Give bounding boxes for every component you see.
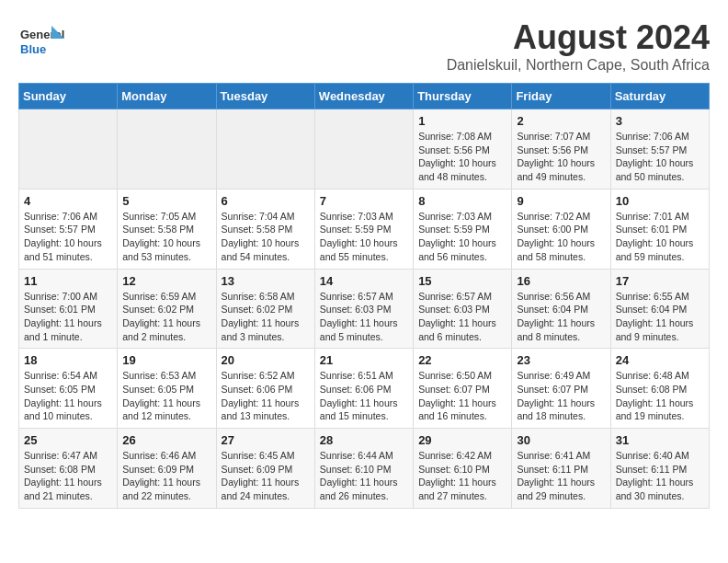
day-info: Sunrise: 7:00 AM Sunset: 6:01 PM Dayligh… — [24, 290, 112, 344]
day-number: 2 — [517, 114, 605, 128]
day-info: Sunrise: 6:55 AM Sunset: 6:04 PM Dayligh… — [616, 290, 704, 344]
logo-icon: General Blue — [18, 18, 64, 64]
weekday-header: Thursday — [414, 84, 512, 109]
day-number: 24 — [616, 353, 704, 367]
day-info: Sunrise: 6:54 AM Sunset: 6:05 PM Dayligh… — [24, 369, 112, 423]
day-number: 27 — [222, 433, 310, 447]
calendar-week-row: 1Sunrise: 7:08 AM Sunset: 5:56 PM Daylig… — [19, 109, 710, 190]
calendar-header-row: SundayMondayTuesdayWednesdayThursdayFrid… — [19, 84, 710, 109]
page-header: General Blue August 2024 Danielskuil, No… — [18, 18, 710, 74]
day-info: Sunrise: 6:42 AM Sunset: 6:10 PM Dayligh… — [418, 449, 506, 503]
day-info: Sunrise: 6:40 AM Sunset: 6:11 PM Dayligh… — [616, 449, 704, 503]
day-number: 14 — [320, 274, 408, 288]
calendar-day-cell: 11Sunrise: 7:00 AM Sunset: 6:01 PM Dayli… — [19, 269, 118, 349]
calendar-day-cell: 25Sunrise: 6:47 AM Sunset: 6:08 PM Dayli… — [19, 429, 118, 509]
day-info: Sunrise: 7:06 AM Sunset: 5:57 PM Dayligh… — [24, 210, 112, 264]
day-number: 28 — [320, 433, 408, 447]
calendar-day-cell: 9Sunrise: 7:02 AM Sunset: 6:00 PM Daylig… — [512, 189, 610, 269]
day-number: 25 — [24, 433, 112, 447]
day-info: Sunrise: 6:46 AM Sunset: 6:09 PM Dayligh… — [122, 449, 210, 503]
calendar-day-cell: 16Sunrise: 6:56 AM Sunset: 6:04 PM Dayli… — [512, 269, 610, 349]
calendar-day-cell: 6Sunrise: 7:04 AM Sunset: 5:58 PM Daylig… — [216, 189, 314, 269]
calendar-day-cell: 21Sunrise: 6:51 AM Sunset: 6:06 PM Dayli… — [314, 349, 413, 429]
day-info: Sunrise: 6:48 AM Sunset: 6:08 PM Dayligh… — [616, 369, 704, 423]
day-info: Sunrise: 7:03 AM Sunset: 5:59 PM Dayligh… — [320, 210, 408, 264]
day-number: 20 — [222, 353, 310, 367]
calendar-day-cell: 29Sunrise: 6:42 AM Sunset: 6:10 PM Dayli… — [414, 429, 512, 509]
day-number: 8 — [418, 194, 506, 208]
day-number: 12 — [122, 274, 210, 288]
day-number: 15 — [418, 274, 506, 288]
day-info: Sunrise: 6:44 AM Sunset: 6:10 PM Dayligh… — [320, 449, 408, 503]
day-number: 5 — [122, 194, 210, 208]
day-number: 1 — [418, 114, 506, 128]
weekday-header: Monday — [118, 84, 216, 109]
day-info: Sunrise: 6:58 AM Sunset: 6:02 PM Dayligh… — [222, 290, 310, 344]
day-info: Sunrise: 6:47 AM Sunset: 6:08 PM Dayligh… — [24, 449, 112, 503]
weekday-header: Wednesday — [314, 84, 413, 109]
day-info: Sunrise: 6:50 AM Sunset: 6:07 PM Dayligh… — [418, 369, 506, 423]
day-number: 19 — [122, 353, 210, 367]
day-info: Sunrise: 7:03 AM Sunset: 5:59 PM Dayligh… — [418, 210, 506, 264]
calendar-day-cell: 10Sunrise: 7:01 AM Sunset: 6:01 PM Dayli… — [610, 189, 709, 269]
day-number: 6 — [222, 194, 310, 208]
calendar-day-cell: 3Sunrise: 7:06 AM Sunset: 5:57 PM Daylig… — [610, 109, 709, 190]
day-info: Sunrise: 7:05 AM Sunset: 5:58 PM Dayligh… — [122, 210, 210, 264]
day-number: 31 — [616, 433, 704, 447]
day-info: Sunrise: 6:51 AM Sunset: 6:06 PM Dayligh… — [320, 369, 408, 423]
calendar-day-cell — [19, 109, 118, 190]
day-info: Sunrise: 6:53 AM Sunset: 6:05 PM Dayligh… — [122, 369, 210, 423]
weekday-header: Tuesday — [216, 84, 314, 109]
day-number: 22 — [418, 353, 506, 367]
day-number: 10 — [616, 194, 704, 208]
day-number: 9 — [517, 194, 605, 208]
day-number: 7 — [320, 194, 408, 208]
calendar-day-cell — [216, 109, 314, 190]
calendar-day-cell: 19Sunrise: 6:53 AM Sunset: 6:05 PM Dayli… — [118, 349, 216, 429]
calendar-day-cell: 27Sunrise: 6:45 AM Sunset: 6:09 PM Dayli… — [216, 429, 314, 509]
page-title: August 2024 — [447, 18, 710, 57]
calendar-day-cell: 20Sunrise: 6:52 AM Sunset: 6:06 PM Dayli… — [216, 349, 314, 429]
day-info: Sunrise: 6:45 AM Sunset: 6:09 PM Dayligh… — [222, 449, 310, 503]
calendar-week-row: 25Sunrise: 6:47 AM Sunset: 6:08 PM Dayli… — [19, 429, 710, 509]
day-info: Sunrise: 6:59 AM Sunset: 6:02 PM Dayligh… — [122, 290, 210, 344]
day-info: Sunrise: 7:01 AM Sunset: 6:01 PM Dayligh… — [616, 210, 704, 264]
day-number: 26 — [122, 433, 210, 447]
calendar-day-cell: 15Sunrise: 6:57 AM Sunset: 6:03 PM Dayli… — [414, 269, 512, 349]
day-info: Sunrise: 6:49 AM Sunset: 6:07 PM Dayligh… — [517, 369, 605, 423]
calendar-day-cell: 30Sunrise: 6:41 AM Sunset: 6:11 PM Dayli… — [512, 429, 610, 509]
svg-text:Blue: Blue — [20, 42, 46, 56]
calendar-day-cell: 13Sunrise: 6:58 AM Sunset: 6:02 PM Dayli… — [216, 269, 314, 349]
day-number: 30 — [517, 433, 605, 447]
day-info: Sunrise: 6:56 AM Sunset: 6:04 PM Dayligh… — [517, 290, 605, 344]
calendar-day-cell: 2Sunrise: 7:07 AM Sunset: 5:56 PM Daylig… — [512, 109, 610, 190]
calendar-day-cell: 17Sunrise: 6:55 AM Sunset: 6:04 PM Dayli… — [610, 269, 709, 349]
day-number: 23 — [517, 353, 605, 367]
day-info: Sunrise: 6:57 AM Sunset: 6:03 PM Dayligh… — [418, 290, 506, 344]
calendar-day-cell: 24Sunrise: 6:48 AM Sunset: 6:08 PM Dayli… — [610, 349, 709, 429]
day-number: 16 — [517, 274, 605, 288]
day-number: 17 — [616, 274, 704, 288]
day-info: Sunrise: 6:52 AM Sunset: 6:06 PM Dayligh… — [222, 369, 310, 423]
calendar-day-cell: 12Sunrise: 6:59 AM Sunset: 6:02 PM Dayli… — [118, 269, 216, 349]
day-number: 18 — [24, 353, 112, 367]
calendar-day-cell: 26Sunrise: 6:46 AM Sunset: 6:09 PM Dayli… — [118, 429, 216, 509]
day-info: Sunrise: 7:02 AM Sunset: 6:00 PM Dayligh… — [517, 210, 605, 264]
day-info: Sunrise: 7:04 AM Sunset: 5:58 PM Dayligh… — [222, 210, 310, 264]
calendar-day-cell: 22Sunrise: 6:50 AM Sunset: 6:07 PM Dayli… — [414, 349, 512, 429]
page-subtitle: Danielskuil, Northern Cape, South Africa — [447, 57, 710, 74]
day-info: Sunrise: 6:41 AM Sunset: 6:11 PM Dayligh… — [517, 449, 605, 503]
calendar-table: SundayMondayTuesdayWednesdayThursdayFrid… — [18, 83, 710, 509]
day-info: Sunrise: 7:06 AM Sunset: 5:57 PM Dayligh… — [616, 130, 704, 184]
calendar-day-cell — [118, 109, 216, 190]
day-number: 21 — [320, 353, 408, 367]
weekday-header: Sunday — [19, 84, 118, 109]
calendar-day-cell: 23Sunrise: 6:49 AM Sunset: 6:07 PM Dayli… — [512, 349, 610, 429]
weekday-header: Saturday — [610, 84, 709, 109]
calendar-day-cell: 4Sunrise: 7:06 AM Sunset: 5:57 PM Daylig… — [19, 189, 118, 269]
calendar-week-row: 11Sunrise: 7:00 AM Sunset: 6:01 PM Dayli… — [19, 269, 710, 349]
day-number: 13 — [222, 274, 310, 288]
title-section: August 2024 Danielskuil, Northern Cape, … — [447, 18, 710, 74]
calendar-day-cell: 5Sunrise: 7:05 AM Sunset: 5:58 PM Daylig… — [118, 189, 216, 269]
weekday-header: Friday — [512, 84, 610, 109]
